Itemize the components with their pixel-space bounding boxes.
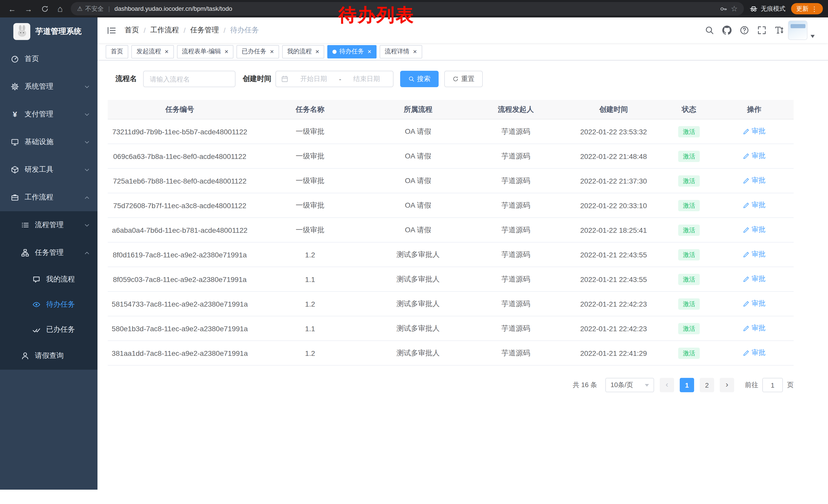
task-initiator: 芋道源码	[468, 324, 564, 333]
sidebar-item-workflow[interactable]: 工作流程	[0, 184, 97, 211]
help-icon[interactable]	[740, 26, 749, 35]
audit-label: 审批	[752, 349, 765, 358]
app-logo-row[interactable]: 芋道管理系统	[0, 17, 97, 45]
incognito-label: 无痕模式	[761, 4, 785, 13]
sidebar-item-my-process[interactable]: 我的流程	[0, 267, 97, 292]
task-id: a6aba0a4-7b6d-11ec-b781-acde48001122	[108, 226, 252, 234]
audit-link[interactable]: 审批	[743, 225, 765, 235]
app-window: 芋道管理系统 首页 系统管理 ¥ 支付管理	[0, 17, 828, 504]
home-icon[interactable]: ⌂	[57, 4, 63, 13]
task-created: 2022-01-21 22:41:29	[564, 349, 663, 357]
audit-link[interactable]: 审批	[743, 324, 765, 333]
audit-label: 审批	[752, 275, 765, 284]
task-created: 2022-01-22 18:25:41	[564, 226, 663, 234]
security-label: 不安全	[85, 4, 104, 13]
calendar-icon	[281, 75, 288, 83]
close-icon[interactable]: ×	[270, 48, 274, 55]
sidebar-collapse-icon[interactable]	[107, 26, 117, 35]
goto-page-input[interactable]	[762, 378, 783, 392]
sidebar-item-process-management[interactable]: 流程管理	[0, 211, 97, 239]
close-icon[interactable]: ×	[413, 48, 417, 55]
prev-page-button[interactable]: ‹	[660, 378, 674, 392]
audit-link[interactable]: 审批	[743, 349, 765, 358]
sidebar-item-done-tasks[interactable]: 已办任务	[0, 317, 97, 342]
tab-my-process[interactable]: 我的流程 ×	[282, 45, 325, 58]
tab-process-form-edit[interactable]: 流程表单-编辑 ×	[177, 45, 234, 58]
github-icon[interactable]	[722, 26, 732, 35]
font-size-icon[interactable]	[775, 26, 784, 35]
page-size-select[interactable]: 10条/页	[605, 378, 654, 392]
browser-menu-icon[interactable]: ⋮	[811, 5, 818, 12]
chat-bubble-icon	[32, 275, 41, 283]
audit-link[interactable]: 审批	[743, 250, 765, 259]
task-initiator: 芋道源码	[468, 176, 564, 185]
end-date-placeholder: 结束日期	[345, 74, 388, 84]
sidebar-item-infrastructure[interactable]: 基础设施	[0, 128, 97, 156]
audit-link[interactable]: 审批	[743, 275, 765, 284]
close-icon[interactable]: ×	[368, 48, 371, 55]
audit-link[interactable]: 审批	[743, 201, 765, 210]
tab-todo-tasks[interactable]: 待办任务 ×	[328, 45, 377, 58]
sidebar-item-payment[interactable]: ¥ 支付管理	[0, 100, 97, 128]
breadcrumb-home[interactable]: 首页	[125, 26, 139, 35]
audit-link[interactable]: 审批	[743, 151, 765, 161]
sidebar-item-system[interactable]: 系统管理	[0, 73, 97, 100]
task-process: 测试多审批人	[368, 299, 468, 308]
sidebar-item-task-management[interactable]: 任务管理	[0, 239, 97, 267]
sidebar-item-label: 工作流程	[25, 193, 53, 202]
process-name-input[interactable]	[143, 71, 236, 87]
tab-label: 发起流程	[136, 47, 161, 56]
col-actions: 操作	[715, 105, 794, 114]
chevron-down-icon	[84, 84, 90, 89]
page-button-2[interactable]: 2	[700, 378, 714, 392]
sidebar-item-label: 已办任务	[46, 325, 75, 334]
task-name: 一级审批	[252, 176, 369, 185]
security-chip[interactable]: ⚠ 不安全	[77, 4, 104, 13]
page-number: 2	[705, 381, 709, 389]
close-icon[interactable]: ×	[316, 48, 319, 55]
breadcrumb-workflow[interactable]: 工作流程	[150, 26, 179, 35]
bookmark-star-icon[interactable]: ☆	[731, 4, 738, 13]
sidebar-item-leave-query[interactable]: 请假查询	[0, 342, 97, 370]
date-range-picker[interactable]: 开始日期 - 结束日期	[276, 71, 394, 87]
tab-done-tasks[interactable]: 已办任务 ×	[237, 45, 279, 58]
search-button[interactable]: 搜索	[400, 71, 439, 87]
audit-label: 审批	[752, 201, 765, 210]
tab-start-process[interactable]: 发起流程 ×	[131, 45, 174, 58]
tab-home[interactable]: 首页	[106, 45, 128, 58]
fullscreen-icon[interactable]	[757, 26, 767, 35]
password-key-icon[interactable]	[719, 5, 727, 12]
breadcrumb-task-management[interactable]: 任务管理	[190, 26, 219, 35]
sidebar-item-home[interactable]: 首页	[0, 45, 97, 73]
audit-link[interactable]: 审批	[743, 176, 765, 185]
pencil-icon	[743, 227, 749, 233]
close-icon[interactable]: ×	[165, 48, 169, 55]
browser-update-button[interactable]: 更新 ⋮	[791, 3, 823, 14]
chevron-down-icon	[84, 139, 90, 145]
reset-button[interactable]: 重置	[444, 71, 483, 87]
status-badge: 激活	[678, 348, 700, 359]
user-menu[interactable]	[788, 20, 815, 40]
task-process: OA 请假	[368, 127, 468, 136]
audit-link[interactable]: 审批	[743, 127, 765, 136]
avatar[interactable]	[788, 20, 808, 40]
audit-link[interactable]: 审批	[743, 299, 765, 308]
task-created: 2022-01-21 22:42:23	[564, 324, 663, 332]
next-page-button[interactable]: ›	[720, 378, 734, 392]
pencil-icon	[743, 276, 749, 282]
sidebar-item-devtools[interactable]: 研发工具	[0, 156, 97, 184]
close-icon[interactable]: ×	[224, 48, 228, 55]
back-icon[interactable]: ←	[8, 5, 16, 12]
sidebar-item-label: 系统管理	[25, 82, 53, 91]
reload-icon[interactable]	[41, 5, 49, 12]
search-icon[interactable]	[705, 26, 714, 35]
status-badge: 激活	[678, 126, 700, 137]
forward-icon[interactable]: →	[25, 5, 32, 12]
page-button-1[interactable]: 1	[680, 378, 694, 392]
audit-label: 审批	[752, 176, 765, 185]
tab-process-detail[interactable]: 流程详情 ×	[380, 45, 422, 58]
eye-icon	[32, 300, 41, 308]
col-initiator: 流程发起人	[468, 105, 564, 114]
task-initiator: 芋道源码	[468, 349, 564, 358]
sidebar-item-todo-tasks[interactable]: 待办任务	[0, 292, 97, 317]
